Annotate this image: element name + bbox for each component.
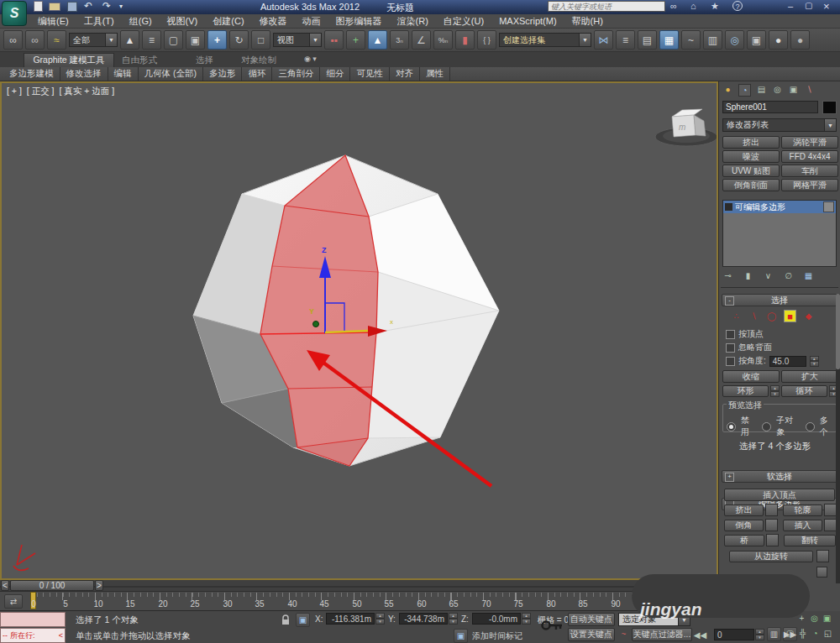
x-spinner[interactable]: ▴▾	[375, 613, 385, 625]
y-spinner[interactable]: ▴▾	[449, 613, 458, 625]
vertex-subobject-icon[interactable]: ∴	[731, 311, 742, 322]
menu-animation[interactable]: 动画	[295, 13, 328, 29]
hinge-settings-icon[interactable]	[816, 550, 829, 562]
bind-to-space-warp-icon[interactable]: ≈	[47, 30, 66, 50]
menu-group[interactable]: 组(G)	[122, 13, 160, 29]
rectangular-selection-region-icon[interactable]: ▢	[164, 30, 183, 50]
ribbon-panel-polygons[interactable]: 多边形	[203, 67, 243, 81]
modifier-list-dropdown[interactable]: 修改器列表▼	[722, 118, 837, 132]
undo-icon[interactable]: ↶	[84, 0, 92, 12]
menu-rendering[interactable]: 渲染(R)	[390, 13, 436, 29]
collapse-icon[interactable]: -	[725, 296, 734, 306]
by-vertex-checkbox[interactable]	[726, 330, 735, 339]
ribbon-tab-freeform[interactable]: 自由形式	[122, 55, 157, 66]
z-spinner[interactable]: ▴▾	[522, 613, 531, 625]
modifier-bevelprofile-button[interactable]: 倒角剖面	[722, 179, 780, 191]
extrude-button[interactable]: 挤出	[724, 504, 764, 516]
modifier-noise-button[interactable]: 噪波	[722, 150, 780, 163]
curve-editor-icon[interactable]: ~	[681, 30, 701, 50]
viewport-menu-shading[interactable]: [ 真实 + 边面 ]	[59, 86, 114, 97]
angle-spinner[interactable]: ▴▾	[810, 356, 819, 367]
snaps-toggle-icon[interactable]: 3ₙ	[390, 30, 409, 50]
outline-settings-icon[interactable]	[824, 504, 837, 516]
create-tab-icon[interactable]: ●	[722, 84, 733, 95]
render-setup-icon[interactable]: ◎	[725, 30, 744, 50]
minimize-button[interactable]: –	[788, 1, 793, 11]
object-color-swatch[interactable]	[822, 101, 837, 114]
modifier-ffd-button[interactable]: FFD 4x4x4	[781, 150, 838, 163]
auto-key-button[interactable]: 自动关键点	[568, 613, 615, 626]
maximize-viewport-toggle-icon[interactable]: ◱	[822, 628, 833, 639]
z-coordinate-field[interactable]: -0.0mm	[472, 613, 521, 625]
mirror-icon[interactable]: ⋈	[594, 30, 613, 50]
ribbon-panel-align[interactable]: 对齐	[390, 67, 420, 81]
new-key-curve-icon[interactable]: ~	[618, 629, 629, 640]
select-by-name-icon[interactable]: ≡	[142, 30, 161, 50]
time-slider-prev-button[interactable]: <	[1, 580, 9, 591]
bridge-button[interactable]: 桥	[724, 535, 764, 546]
select-and-manipulate-icon[interactable]: +	[346, 30, 365, 50]
bridge-settings-icon[interactable]	[766, 534, 779, 546]
stack-item-editable-poly[interactable]: 可编辑多边形	[723, 201, 836, 213]
inset-settings-icon[interactable]	[824, 519, 837, 531]
expand-icon[interactable]: +	[725, 473, 734, 482]
make-unique-icon[interactable]: ∨	[763, 270, 774, 281]
angle-value-field[interactable]: 45.0	[769, 356, 806, 367]
ribbon-panel-visibility[interactable]: 可见性	[350, 67, 390, 81]
ribbon-panel-tris[interactable]: 三角剖分	[272, 67, 320, 81]
rollout-soft-selection[interactable]: +软选择	[722, 470, 837, 483]
loop-button[interactable]: 循环	[781, 385, 827, 397]
remove-modifier-icon[interactable]: ∅	[783, 270, 794, 281]
search-input[interactable]	[548, 1, 665, 12]
menu-maxscript[interactable]: MAXScript(M)	[491, 14, 564, 28]
ribbon-minimize-icon[interactable]: ◉ ▾	[304, 55, 317, 63]
polygon-subobject-icon[interactable]: ■	[784, 310, 796, 322]
layer-manager-icon[interactable]: ▤	[638, 30, 657, 50]
chevron-down-icon[interactable]: ▼	[824, 119, 836, 131]
time-slider-button[interactable]: 0 / 100	[10, 580, 94, 591]
select-and-scale-icon[interactable]: □	[251, 30, 270, 50]
ribbon-panel-properties[interactable]: 属性	[420, 67, 450, 81]
ribbon-panel-edit[interactable]: 编辑	[108, 67, 139, 81]
favorites-star-icon[interactable]: ★	[711, 1, 719, 12]
panel-scrollbar[interactable]	[836, 294, 840, 583]
object-name-field[interactable]	[722, 101, 818, 113]
menu-edit[interactable]: 编辑(E)	[30, 13, 76, 29]
ribbon-panel-modify-selection[interactable]: 修改选择	[60, 67, 108, 81]
search-icon[interactable]: ∞	[670, 1, 677, 11]
ribbon-panel-loops[interactable]: 循环	[242, 67, 272, 81]
close-button[interactable]: ×	[823, 0, 830, 13]
window-crossing-icon[interactable]: ▣	[186, 30, 205, 50]
grow-button[interactable]: 扩大	[781, 370, 838, 383]
subobject-level-icon[interactable]	[725, 203, 732, 211]
open-file-icon[interactable]	[49, 3, 60, 11]
modifier-uvwmap-button[interactable]: UVW 贴图	[722, 165, 780, 177]
ribbon-tab-graphite[interactable]: Graphite 建模工具	[24, 53, 114, 67]
display-tab-icon[interactable]: ▣	[788, 84, 799, 95]
ribbon-panel-subdivision[interactable]: 细分	[320, 67, 350, 81]
insert-vertex-button[interactable]: 插入顶点	[724, 489, 835, 501]
frame-spinner[interactable]: ▴▾	[755, 629, 764, 640]
orbit-icon[interactable]: ◔	[810, 628, 821, 639]
viewport-menu-general[interactable]: [ + ]	[7, 86, 22, 97]
align-icon[interactable]: ≡	[616, 30, 635, 50]
menu-views[interactable]: 视图(V)	[160, 13, 206, 29]
chevron-down-icon[interactable]: ▼	[105, 34, 117, 46]
reference-coordinate-dropdown[interactable]: 视图▼	[273, 33, 322, 47]
named-selection-sets-dropdown[interactable]: 创建选择集▼	[499, 33, 591, 47]
maxscript-listener-line[interactable]: -- 所在行: <	[0, 628, 66, 643]
preview-disable-radio[interactable]	[727, 422, 736, 431]
ring-button[interactable]: 环形	[722, 385, 769, 397]
render-production-teapot-icon[interactable]: ●	[769, 30, 788, 50]
add-time-tag[interactable]: 添加时间标记	[472, 630, 522, 642]
modifier-turbosmooth-button[interactable]: 涡轮平滑	[781, 136, 838, 149]
schematic-view-icon[interactable]: ▥	[703, 30, 722, 50]
key-filters-button[interactable]: 关键点过滤器...	[632, 628, 692, 641]
ribbon-panel-geometry-all[interactable]: 几何体 (全部)	[139, 67, 203, 81]
maxscript-macro-recorder-line[interactable]	[0, 612, 66, 627]
absolute-offset-toggle-icon[interactable]: ▣	[296, 613, 310, 627]
edit-named-selection-sets-icon[interactable]: { }	[477, 30, 496, 50]
percent-snap-icon[interactable]: %ₙ	[433, 30, 453, 50]
edge-subobject-icon[interactable]: ∖	[748, 311, 759, 322]
selection-lock-icon[interactable]	[281, 614, 291, 625]
